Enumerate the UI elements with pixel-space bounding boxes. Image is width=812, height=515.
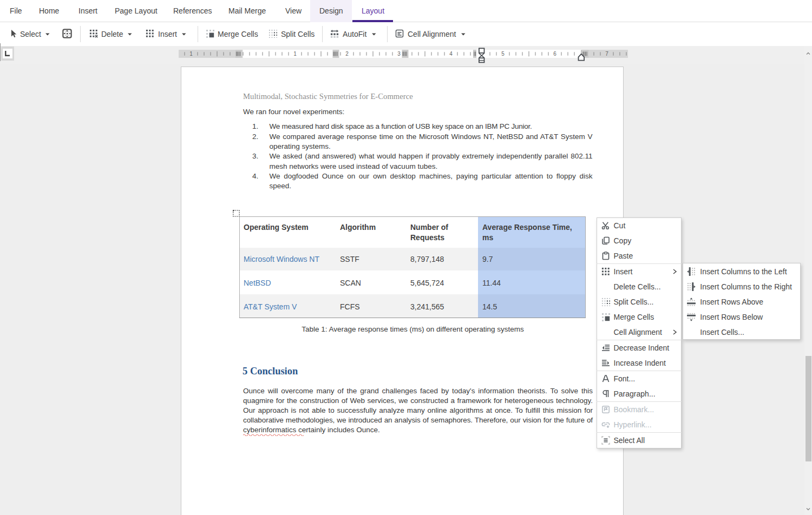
svg-text:2: 2 xyxy=(345,51,349,57)
svg-text:3: 3 xyxy=(397,51,401,57)
svg-text:5: 5 xyxy=(501,51,505,57)
svg-text:1: 1 xyxy=(189,51,193,57)
svg-text:6: 6 xyxy=(553,51,556,57)
svg-text:4: 4 xyxy=(449,51,453,57)
svg-text:7: 7 xyxy=(605,51,608,57)
svg-text:1: 1 xyxy=(293,51,297,57)
